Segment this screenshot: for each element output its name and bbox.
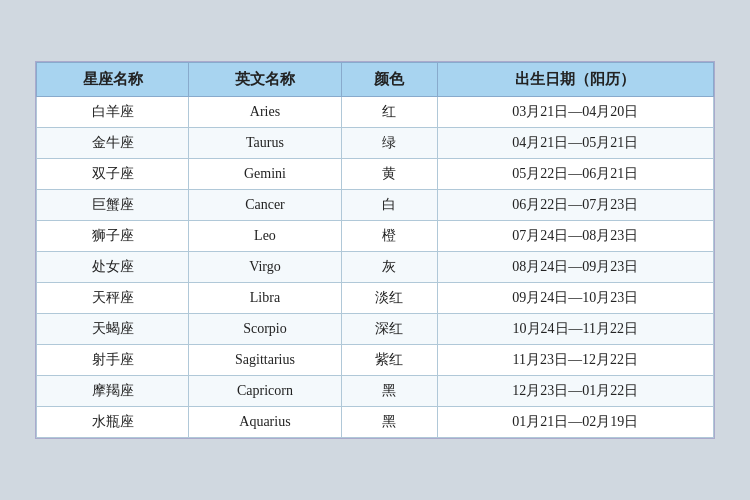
table-cell: 黑: [341, 376, 437, 407]
table-cell: 水瓶座: [37, 407, 189, 438]
table-cell: 09月24日—10月23日: [437, 283, 713, 314]
table-header-cell: 出生日期（阳历）: [437, 63, 713, 97]
table-row: 处女座Virgo灰08月24日—09月23日: [37, 252, 714, 283]
table-cell: Aries: [189, 97, 341, 128]
zodiac-table: 星座名称英文名称颜色出生日期（阳历） 白羊座Aries红03月21日—04月20…: [36, 62, 714, 438]
table-row: 白羊座Aries红03月21日—04月20日: [37, 97, 714, 128]
table-cell: Virgo: [189, 252, 341, 283]
zodiac-table-container: 星座名称英文名称颜色出生日期（阳历） 白羊座Aries红03月21日—04月20…: [35, 61, 715, 439]
table-header-cell: 星座名称: [37, 63, 189, 97]
table-cell: Libra: [189, 283, 341, 314]
table-cell: 狮子座: [37, 221, 189, 252]
table-row: 摩羯座Capricorn黑12月23日—01月22日: [37, 376, 714, 407]
table-cell: 摩羯座: [37, 376, 189, 407]
table-cell: 10月24日—11月22日: [437, 314, 713, 345]
table-body: 白羊座Aries红03月21日—04月20日金牛座Taurus绿04月21日—0…: [37, 97, 714, 438]
table-cell: 黑: [341, 407, 437, 438]
table-cell: 灰: [341, 252, 437, 283]
table-header-cell: 英文名称: [189, 63, 341, 97]
table-row: 天秤座Libra淡红09月24日—10月23日: [37, 283, 714, 314]
table-cell: 11月23日—12月22日: [437, 345, 713, 376]
table-cell: Scorpio: [189, 314, 341, 345]
table-cell: Gemini: [189, 159, 341, 190]
table-cell: 双子座: [37, 159, 189, 190]
table-cell: 紫红: [341, 345, 437, 376]
table-cell: 深红: [341, 314, 437, 345]
table-row: 金牛座Taurus绿04月21日—05月21日: [37, 128, 714, 159]
table-row: 双子座Gemini黄05月22日—06月21日: [37, 159, 714, 190]
table-cell: 05月22日—06月21日: [437, 159, 713, 190]
table-cell: Capricorn: [189, 376, 341, 407]
table-header-row: 星座名称英文名称颜色出生日期（阳历）: [37, 63, 714, 97]
table-cell: 01月21日—02月19日: [437, 407, 713, 438]
table-row: 狮子座Leo橙07月24日—08月23日: [37, 221, 714, 252]
table-cell: Cancer: [189, 190, 341, 221]
table-cell: Taurus: [189, 128, 341, 159]
table-cell: 处女座: [37, 252, 189, 283]
table-cell: 射手座: [37, 345, 189, 376]
table-cell: 金牛座: [37, 128, 189, 159]
table-cell: 03月21日—04月20日: [437, 97, 713, 128]
table-cell: 天蝎座: [37, 314, 189, 345]
table-cell: 天秤座: [37, 283, 189, 314]
table-cell: 08月24日—09月23日: [437, 252, 713, 283]
table-cell: 淡红: [341, 283, 437, 314]
table-cell: 黄: [341, 159, 437, 190]
table-row: 射手座Sagittarius紫红11月23日—12月22日: [37, 345, 714, 376]
table-cell: 绿: [341, 128, 437, 159]
table-cell: 04月21日—05月21日: [437, 128, 713, 159]
table-cell: Leo: [189, 221, 341, 252]
table-cell: 07月24日—08月23日: [437, 221, 713, 252]
table-cell: 白羊座: [37, 97, 189, 128]
table-cell: 06月22日—07月23日: [437, 190, 713, 221]
table-cell: Sagittarius: [189, 345, 341, 376]
table-cell: 橙: [341, 221, 437, 252]
table-cell: 白: [341, 190, 437, 221]
table-cell: Aquarius: [189, 407, 341, 438]
table-row: 水瓶座Aquarius黑01月21日—02月19日: [37, 407, 714, 438]
table-cell: 12月23日—01月22日: [437, 376, 713, 407]
table-header-cell: 颜色: [341, 63, 437, 97]
table-row: 巨蟹座Cancer白06月22日—07月23日: [37, 190, 714, 221]
table-row: 天蝎座Scorpio深红10月24日—11月22日: [37, 314, 714, 345]
table-cell: 巨蟹座: [37, 190, 189, 221]
table-cell: 红: [341, 97, 437, 128]
